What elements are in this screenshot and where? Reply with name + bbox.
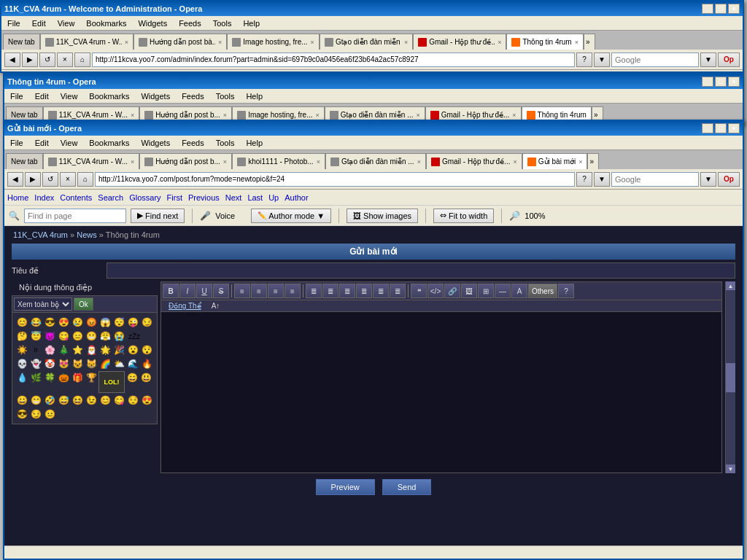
emoji-7[interactable]: 😱 <box>98 316 112 329</box>
emoji-ok-btn[interactable]: Ok <box>74 298 93 311</box>
tab-close-huongdan[interactable]: × <box>218 39 222 46</box>
img-btn[interactable]: 🖼 <box>461 284 477 298</box>
hr-btn[interactable]: — <box>495 284 511 298</box>
emoji-8[interactable]: 😴 <box>112 316 125 329</box>
nav-first[interactable]: First <box>167 193 182 202</box>
tab-close-g4[interactable]: × <box>417 158 421 166</box>
menu-view-gbm[interactable]: View <box>58 138 81 148</box>
scroll-down[interactable]: ▼ <box>726 464 735 473</box>
menu-file-admin[interactable]: File <box>4 18 23 28</box>
tab-g3[interactable]: khoi1111 - Photob... × <box>232 153 325 169</box>
opera-btn-gbm[interactable]: Op <box>718 172 740 187</box>
tab-huongdan-admin[interactable]: Hướng dẫn post bà... × <box>133 34 227 50</box>
emoji-17[interactable]: 😤 <box>98 330 112 343</box>
align-left-btn[interactable]: ≡ <box>234 284 250 298</box>
emoji-46[interactable]: 😄 <box>125 371 139 384</box>
font-btn[interactable]: A <box>511 284 527 298</box>
menu-tools-gbm[interactable]: Tools <box>213 138 238 148</box>
tab-close-g3[interactable]: × <box>317 158 320 166</box>
maximize-btn-guibaimoi[interactable]: □ <box>715 123 727 133</box>
menu-feeds-thongtin[interactable]: Feeds <box>179 91 207 101</box>
menu-bookmarks-admin[interactable]: Bookmarks <box>83 18 129 28</box>
scroll-up[interactable]: ▲ <box>726 281 735 290</box>
emoji-49[interactable]: 😁 <box>29 394 42 407</box>
emoji-41[interactable]: 🌿 <box>29 371 42 384</box>
menu-widgets-thongtin[interactable]: Widgets <box>138 91 173 101</box>
tab-close-t3[interactable]: × <box>223 112 227 119</box>
close-btn-thongtin[interactable]: × <box>728 77 740 87</box>
tab-newtab-admin[interactable]: New tab <box>3 34 40 50</box>
title-input[interactable] <box>107 262 735 279</box>
emoji-59[interactable]: 😏 <box>29 408 42 421</box>
search-go-admin[interactable]: ▼ <box>700 52 716 67</box>
menu-bookmarks-gbm[interactable]: Bookmarks <box>86 138 132 148</box>
emoji-10[interactable]: 😏 <box>140 316 153 329</box>
home-btn-gbm[interactable]: ⌂ <box>77 172 93 187</box>
align-center-btn[interactable]: ≡ <box>251 284 267 298</box>
menu-help-thongtin[interactable]: Help <box>243 91 266 101</box>
tab-newtab-gbm[interactable]: New tab <box>6 153 43 169</box>
emoji-24[interactable]: ⭐ <box>71 343 84 357</box>
send-btn[interactable]: Send <box>382 479 432 495</box>
menu-widgets-admin[interactable]: Widgets <box>135 18 170 28</box>
tab-close-11kcva[interactable]: × <box>125 39 128 46</box>
emoji-55[interactable]: 😋 <box>112 394 125 407</box>
forward-btn-admin[interactable]: ▶ <box>22 52 38 67</box>
emoji-50[interactable]: 🤣 <box>43 394 56 407</box>
close-btn-admin[interactable]: × <box>728 4 740 14</box>
emoji-12[interactable]: 😇 <box>29 330 42 343</box>
find-input[interactable] <box>24 209 126 223</box>
tab-close-t5[interactable]: × <box>417 112 420 119</box>
menu-bookmarks-thongtin[interactable]: Bookmarks <box>86 91 132 101</box>
menu-widgets-gbm[interactable]: Widgets <box>138 138 173 148</box>
emoji-1[interactable]: 😊 <box>15 316 28 329</box>
nav-contents[interactable]: Contents <box>60 193 92 202</box>
scroll-thumb[interactable] <box>726 363 735 392</box>
tab-close-g1[interactable]: × <box>131 158 134 166</box>
menu-edit-thongtin[interactable]: Edit <box>32 91 52 101</box>
search-input-admin[interactable] <box>611 52 699 67</box>
menu-tools-admin[interactable]: Tools <box>210 18 235 28</box>
underline-btn[interactable]: U <box>196 284 212 298</box>
emoji-23[interactable]: 🎄 <box>57 343 70 357</box>
show-images-btn[interactable]: 🖼 Show images <box>347 209 418 223</box>
emoji-37[interactable]: ⛅ <box>112 357 125 370</box>
search-input-gbm[interactable] <box>611 172 699 187</box>
emoji-33[interactable]: 😻 <box>57 357 70 370</box>
others-btn[interactable]: Others <box>528 284 557 298</box>
table-btn[interactable]: ⊞ <box>478 284 494 298</box>
menu-tools-thongtin[interactable]: Tools <box>213 91 238 101</box>
align-right-btn[interactable]: ≡ <box>268 284 284 298</box>
emoji-45[interactable]: 🏆 <box>85 371 98 384</box>
nav-search[interactable]: Search <box>98 193 123 202</box>
emoji-lol[interactable]: LOL! <box>98 371 125 393</box>
menu-file-thongtin[interactable]: File <box>7 91 26 101</box>
tab-close-g6[interactable]: × <box>578 158 582 166</box>
emoji-2[interactable]: 😂 <box>29 316 42 329</box>
emoji-30[interactable]: 💀 <box>15 357 28 370</box>
menu-help-admin[interactable]: Help <box>240 18 263 28</box>
emoji-42[interactable]: 🍀 <box>43 371 56 384</box>
emoji-48[interactable]: 😀 <box>15 394 28 407</box>
emoji-40[interactable]: 💧 <box>15 371 28 384</box>
emoji-32[interactable]: 🤡 <box>43 357 56 370</box>
emoji-29[interactable]: 😯 <box>140 343 153 357</box>
align-justify-btn[interactable]: ≡ <box>285 284 301 298</box>
tab-more-gbm[interactable]: » <box>587 153 599 169</box>
fit-to-width-btn[interactable]: ⇔ Fit to width <box>433 209 494 223</box>
tab-close-image[interactable]: × <box>311 39 314 46</box>
emoji-47[interactable]: 😃 <box>139 371 152 384</box>
emoji-3[interactable]: 😎 <box>43 316 56 329</box>
tab-taodiendan-admin[interactable]: Gtạo diễn đàn miễn ... × <box>320 34 413 50</box>
maximize-btn-thongtin[interactable]: □ <box>715 77 727 87</box>
emoji-5[interactable]: 😢 <box>71 316 84 329</box>
link-btn[interactable]: 🔗 <box>444 284 460 298</box>
find-next-btn[interactable]: ▶ Find next <box>131 209 185 223</box>
back-btn-gbm[interactable]: ◀ <box>7 172 23 187</box>
menu-view-thongtin[interactable]: View <box>58 91 81 101</box>
minimize-btn-admin[interactable]: _ <box>702 4 713 14</box>
nav-home[interactable]: Home <box>7 193 28 202</box>
menu-help-gbm[interactable]: Help <box>243 138 266 148</box>
stop-btn-admin[interactable]: × <box>57 52 73 67</box>
nav-arrow-gbm[interactable]: ▼ <box>594 172 610 187</box>
